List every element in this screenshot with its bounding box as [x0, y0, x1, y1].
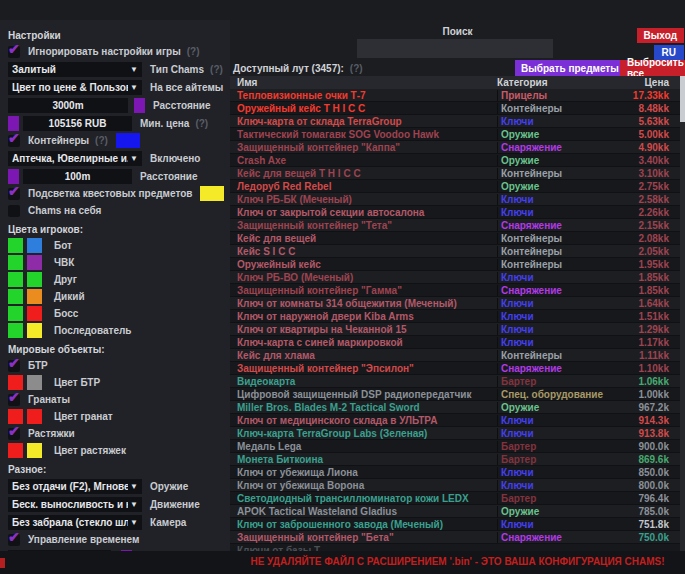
item-name: Miller Bros. Blades M-2 Tactical Sword: [230, 402, 497, 413]
chams-distance-input[interactable]: 3000m: [8, 98, 128, 113]
table-row[interactable]: Ключ от закрытой секции автосалона Ключи…: [230, 206, 680, 219]
exit-button[interactable]: Выход: [637, 28, 684, 43]
table-row[interactable]: Кейс для вещей T H I C C Контейнеры 3.10…: [230, 167, 680, 180]
color-swatch[interactable]: [8, 289, 23, 304]
table-row[interactable]: Защищенный контейнер "Бета" Снаряжение 7…: [230, 531, 680, 544]
price-color-mode-dropdown[interactable]: Цвет по цене & Пользователь ▼: [8, 80, 142, 95]
item-price: 1.29kk: [607, 324, 669, 335]
camera-dropdown[interactable]: Без забрала (стекло шлема) ▼: [8, 515, 142, 530]
containers-color-swatch[interactable]: [116, 133, 140, 148]
table-row[interactable]: Защищенный контейнер "Каппа" Снаряжение …: [230, 141, 680, 154]
chams-distance-color-swatch[interactable]: [134, 98, 145, 113]
table-row[interactable]: Ключ от квартиры на Чеканной 15 Ключи 1.…: [230, 323, 680, 336]
color-swatch[interactable]: [8, 238, 23, 253]
loot-table-body: Тепловизионные очки Т-7 Прицелы 17.33kk …: [230, 89, 680, 551]
scrollbar-thumb[interactable]: [680, 76, 685, 122]
table-row[interactable]: Оружейный кейс T H I C C Контейнеры 8.48…: [230, 102, 680, 115]
item-price: 1.51kk: [607, 311, 669, 322]
movement-dropdown[interactable]: Беск. выносливость и нет уста ▼: [8, 497, 142, 512]
table-row[interactable]: Кейс S I C C Контейнеры 2.05kk: [230, 245, 680, 258]
quest-highlight-color-swatch[interactable]: [200, 186, 224, 201]
column-header-price[interactable]: Цена: [607, 77, 669, 88]
color-swatch[interactable]: [27, 323, 42, 338]
min-price-color-swatch[interactable]: [8, 116, 19, 131]
table-row[interactable]: Светодиодный трансиллюминатор кожи LEDX …: [230, 492, 680, 505]
table-row[interactable]: Ключ от наружной двери Kiba Arms Ключи 1…: [230, 310, 680, 323]
color-swatch[interactable]: [27, 443, 42, 458]
table-row[interactable]: Ключ от медицинского склада в УЛЬТРА Клю…: [230, 414, 680, 427]
table-row[interactable]: Ключ от заброшенного завода (Меченый) Кл…: [230, 518, 680, 531]
table-row[interactable]: Защищенный контейнер "Эпсилон" Снаряжени…: [230, 362, 680, 375]
min-price-input[interactable]: 105156 RUB: [23, 116, 132, 131]
table-row[interactable]: APOK Tactical Wasteland Gladius Оружие 7…: [230, 505, 680, 518]
quest-highlight-checkbox[interactable]: [8, 188, 20, 200]
grenades-checkbox[interactable]: [8, 394, 20, 406]
loot-table-scrollbar[interactable]: [680, 76, 685, 551]
color-swatch[interactable]: [27, 409, 42, 424]
table-row[interactable]: Ледоруб Red Rebel Оружие 2.75kk: [230, 180, 680, 193]
table-row[interactable]: Оружейный кейс Контейнеры 1.95kk: [230, 258, 680, 271]
drop-all-button[interactable]: Выбросить все: [620, 60, 685, 76]
table-row[interactable]: Защищенный контейнер "Тета" Снаряжение 2…: [230, 219, 680, 232]
column-header-category[interactable]: Категория: [497, 77, 607, 88]
color-swatch[interactable]: [27, 375, 42, 390]
quest-highlight-row: Подсветка квестовых предметов: [8, 185, 222, 202]
color-swatch[interactable]: [8, 306, 23, 321]
table-row[interactable]: Кейс для хлама Контейнеры 1.11kk: [230, 349, 680, 362]
btr-checkbox[interactable]: [8, 360, 20, 372]
help-icon[interactable]: (?): [210, 64, 223, 75]
table-row[interactable]: Медаль Lega Бартер 900.0k: [230, 440, 680, 453]
loot-filter-label: Включено: [150, 153, 200, 164]
table-row[interactable]: Видеокарта Бартер 1.06kk: [230, 375, 680, 388]
item-name: Защищенный контейнер "Гамма": [230, 285, 497, 296]
table-row[interactable]: Ключ РБ-БК (Меченый) Ключи 2.58kk: [230, 193, 680, 206]
item-name: Кейс для вещей T H I C C: [230, 168, 497, 179]
table-row[interactable]: Цифровой защищенный DSP радиопередатчик …: [230, 388, 680, 401]
table-row[interactable]: Miller Bros. Blades M-2 Tactical Sword О…: [230, 401, 680, 414]
containers-checkbox[interactable]: [8, 135, 20, 147]
search-input[interactable]: [357, 39, 553, 58]
table-row[interactable]: Ключи от базы Т: [230, 544, 680, 551]
table-row[interactable]: Crash Axe Оружие 3.40kk: [230, 154, 680, 167]
color-swatch[interactable]: [27, 255, 42, 270]
color-swatch[interactable]: [8, 443, 23, 458]
help-icon[interactable]: (?): [350, 63, 363, 74]
table-row[interactable]: Ключ-карта от склада TerraGroup Ключи 5.…: [230, 115, 680, 128]
item-price: 869.6k: [607, 454, 669, 465]
item-category: Ключи: [497, 207, 607, 218]
help-icon[interactable]: (?): [187, 46, 200, 57]
table-row[interactable]: Кейс для вещей Контейнеры 2.08kk: [230, 232, 680, 245]
chams-self-checkbox[interactable]: [8, 205, 20, 217]
chams-type-dropdown[interactable]: Залитый ▼: [8, 62, 142, 77]
table-row[interactable]: Ключ от убежища Ворона Ключи 800.0k: [230, 479, 680, 492]
table-row[interactable]: Тактический томагавк SOG Voodoo Hawk Ору…: [230, 128, 680, 141]
table-row[interactable]: Ключ РБ-ВО (Меченый) Ключи 1.85kk: [230, 271, 680, 284]
table-row[interactable]: Монета Биткоина Бартер 869.6k: [230, 453, 680, 466]
time-control-checkbox[interactable]: [8, 534, 20, 546]
tripwires-checkbox[interactable]: [8, 428, 20, 440]
loot-distance-input[interactable]: 100m: [23, 169, 132, 184]
help-icon[interactable]: (?): [95, 135, 108, 146]
color-swatch[interactable]: [8, 323, 23, 338]
color-swatch[interactable]: [8, 255, 23, 270]
help-icon[interactable]: (?): [195, 118, 208, 129]
item-category: Снаряжение: [497, 363, 607, 374]
chams-type-row: Залитый ▼ Тип Chams (?): [8, 60, 222, 78]
color-swatch[interactable]: [27, 238, 42, 253]
weapon-dropdown[interactable]: Без отдачи (F2), Мгновенное п ▼: [8, 479, 142, 494]
color-swatch[interactable]: [27, 306, 42, 321]
color-swatch[interactable]: [8, 272, 23, 287]
table-row[interactable]: Ключ от комнаты 314 общежития (Меченый) …: [230, 297, 680, 310]
table-row[interactable]: Ключ-карта с синей маркировкой Ключи 1.1…: [230, 336, 680, 349]
table-row[interactable]: Защищенный контейнер "Гамма" Снаряжение …: [230, 284, 680, 297]
column-header-name[interactable]: Имя: [230, 77, 497, 88]
loot-filter-dropdown[interactable]: Аптечка, Ювелирные и... ▼: [8, 151, 142, 166]
loot-distance-color-swatch[interactable]: [8, 169, 19, 184]
item-category: Бартер: [497, 454, 607, 465]
table-row[interactable]: Ключ-карта TerraGroup Labs (Зеленая) Клю…: [230, 427, 680, 440]
color-swatch[interactable]: [27, 289, 42, 304]
color-swatch[interactable]: [27, 272, 42, 287]
table-row[interactable]: Тепловизионные очки Т-7 Прицелы 17.33kk: [230, 89, 680, 102]
ignore-game-settings-checkbox[interactable]: [8, 46, 20, 58]
table-row[interactable]: Ключ от убежища Лиона Ключи 850.0k: [230, 466, 680, 479]
